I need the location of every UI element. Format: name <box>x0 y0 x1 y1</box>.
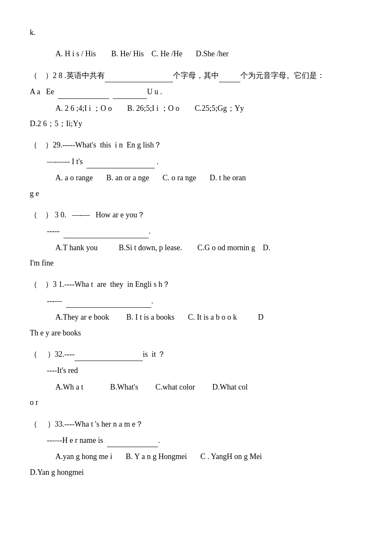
q32-optC: C.what color <box>156 383 195 391</box>
q30-optD-cont: I'm fine <box>30 256 366 270</box>
q32-response: ----It's red <box>47 364 366 377</box>
q27-options-line: A. H i s / His B. He/ His C. He /He D.Sh… <box>55 47 366 61</box>
q31-optD-cont: Th e y are books <box>30 326 366 340</box>
q31-options: A.They ar e book B. I t is a books C. It… <box>55 310 366 324</box>
q32-optB: B.What's <box>110 383 138 391</box>
q32-section: （ ）32.----is it ？ ----It's red A.Wh a t … <box>30 347 366 410</box>
q28-optA: A. 2 6 ;4;I i ；O o <box>55 104 112 113</box>
q31-section: （ ）3 1.----Wha t are they in Engli s h？ … <box>30 277 366 340</box>
q31-optC: C. It is a b o o k <box>188 313 237 321</box>
q28-vowels: A a Ee U u . <box>30 85 366 98</box>
q29-response: —-—-- I t's . <box>47 155 366 168</box>
q27-optC: C. He /He <box>152 49 182 58</box>
q31-optB: B. I t is a books <box>126 313 174 321</box>
q28-options: A. 2 6 ;4;I i ；O o B. 26;5;I i ；O o C.25… <box>55 101 366 115</box>
q27-optB: B. He/ His <box>111 49 144 58</box>
page-content: k. A. H i s / His B. He/ His C. He /He D… <box>30 26 366 479</box>
q29-section: （ ）29.-----What's this i n En g lish？ —-… <box>30 138 366 200</box>
q33-options: A.yan g hong me i B. Y a n g Hongmei C .… <box>55 450 366 463</box>
q33-response: --—-H e r name is . <box>47 433 366 447</box>
q27-optD: D.She /her <box>196 49 229 58</box>
q30-section: （ ） 3 0. —-— How ar e you？ ----- . A.T h… <box>30 208 366 270</box>
q33-stem: （ ）33.----Wha t 's her n a m e？ <box>30 417 366 431</box>
q31-stem: （ ）3 1.----Wha t are they in Engli s h？ <box>30 277 366 291</box>
q32-optD-cont: o r <box>30 396 366 409</box>
q33-section: （ ）33.----Wha t 's her n a m e？ --—-H e … <box>30 417 366 479</box>
q31-optD: D <box>258 313 263 321</box>
q30-optD: D. <box>263 243 271 252</box>
q30-optC: C.G o od mornin g <box>197 243 255 252</box>
q29-optD-cont: g e <box>30 187 366 200</box>
q33-optA: A.yan g hong me i <box>55 452 112 461</box>
q32-optD: D.What col <box>212 383 248 391</box>
q28-stem: （ ）2 8 .英语中共有个字母，其中个为元音字母。它们是： <box>30 69 366 82</box>
q30-stem: （ ） 3 0. —-— How ar e you？ <box>30 208 366 222</box>
q29-optB: B. an or a nge <box>106 173 149 182</box>
q27-optA: A. H i s / His <box>55 49 96 58</box>
q30-optA: A.T hank you <box>55 243 98 252</box>
q28-optD: D.2 6；5；Ii;Yy <box>30 117 366 130</box>
q32-stem: （ ）32.----is it ？ <box>30 347 366 361</box>
q28-optC: C.25;5;Gg；Yy <box>195 104 244 113</box>
q29-optD: D. t he oran <box>210 173 246 182</box>
q29-optA: A. a o range <box>55 173 93 182</box>
q31-response: ---— . <box>47 294 366 308</box>
q30-response: ----- . <box>47 224 366 238</box>
q29-options: A. a o range B. an or a nge C. o ra nge … <box>55 171 366 185</box>
q29-stem: （ ）29.-----What's this i n En g lish？ <box>30 138 366 152</box>
q32-optA: A.Wh a t <box>55 383 83 391</box>
q28-section: （ ）2 8 .英语中共有个字母，其中个为元音字母。它们是： A a Ee U … <box>30 69 366 131</box>
q29-optC: C. o ra nge <box>162 173 196 182</box>
q32-options: A.Wh a t B.What's C.what color D.What co… <box>55 380 366 394</box>
q27-options: A. H i s / His B. He/ His C. He /He D.Sh… <box>30 47 366 61</box>
q30-options: A.T hank you B.Si t down, p lease. C.G o… <box>55 241 366 254</box>
q33-optB: B. Y a n g Hongmei <box>126 452 187 461</box>
q33-optC: C . YangH on g Mei <box>200 452 262 461</box>
q31-optA: A.They ar e book <box>55 313 109 321</box>
q28-optB: B. 26;5;I i ；O o <box>127 104 180 113</box>
q30-optB: B.Si t down, p lease. <box>119 243 182 252</box>
k-label: k. <box>30 26 366 39</box>
q33-optD: D.Yan g hongmei <box>30 465 366 479</box>
